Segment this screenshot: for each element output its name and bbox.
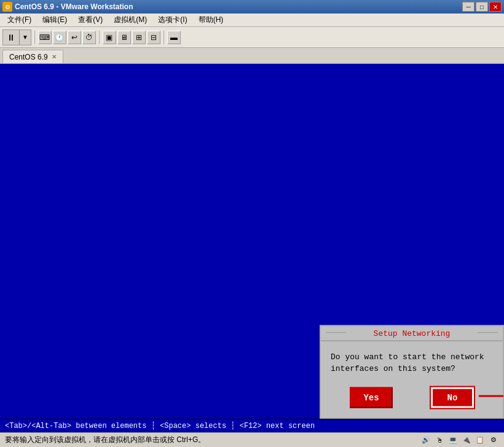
- tab-close-icon[interactable]: ✕: [52, 53, 57, 60]
- arrow-line: [479, 395, 503, 397]
- toolbar: ⏸ ▼ ⌨ 🕐 ↩ ⏱ ▣ 🖥 ⊞ ⊟ ▬: [0, 27, 504, 48]
- dialog-message-line2: interfaces on this system?: [331, 364, 455, 373]
- menu-file[interactable]: 文件(F): [2, 14, 36, 26]
- tray-icon-3[interactable]: 💻: [447, 435, 459, 446]
- view-normal-icon[interactable]: 🖥: [117, 31, 131, 44]
- dialog-message-line1: Do you want to start the network: [331, 352, 484, 361]
- system-bar: 要将输入定向到该虚拟机，请在虚拟机内部单击或按 Ctrl+G。 🔊 🖱 💻 🔌 …: [0, 432, 504, 447]
- menu-bar: 文件(F) 编辑(E) 查看(V) 虚拟机(M) 选项卡(I) 帮助(H): [0, 14, 504, 27]
- revert-icon[interactable]: ↩: [68, 31, 81, 44]
- snapshot-icon[interactable]: 🕐: [53, 31, 66, 44]
- tray-icon-5[interactable]: 📋: [474, 435, 486, 446]
- toolbar-extra-icon[interactable]: ▬: [167, 31, 181, 44]
- pause-button[interactable]: ⏸ ▼: [2, 29, 31, 45]
- toolbar-sep-3: [163, 31, 164, 44]
- view-full-icon[interactable]: ▣: [103, 31, 116, 44]
- window-title: CentOS 6.9 - VMware Workstation: [15, 2, 133, 11]
- send-ctrl-alt-del-icon[interactable]: ⌨: [38, 31, 52, 44]
- view-stretch-icon[interactable]: ⊞: [132, 31, 146, 44]
- close-button[interactable]: ✕: [489, 2, 502, 12]
- minimize-button[interactable]: ─: [462, 2, 474, 12]
- vm-status-bar: <Tab>/<Alt-Tab> between elements ┆ <Spac…: [0, 419, 504, 432]
- menu-vm[interactable]: 虚拟机(M): [109, 14, 152, 26]
- tray-icon-2[interactable]: 🖱: [434, 435, 445, 446]
- toolbar-sep-2: [99, 31, 100, 44]
- dialog-title: Setup Networking: [321, 326, 503, 341]
- title-bar: ⚙ CentOS 6.9 - VMware Workstation ─ □ ✕: [0, 0, 504, 14]
- tab-bar: CentOS 6.9 ✕: [0, 48, 504, 64]
- tab-label: CentOS 6.9: [9, 53, 48, 61]
- snapshot2-icon[interactable]: ⏱: [82, 31, 96, 44]
- dialog-body: Do you want to start the network interfa…: [321, 341, 503, 379]
- system-tray: 🔊 🖱 💻 🔌 📋 ⚙: [420, 435, 499, 446]
- no-button[interactable]: No: [431, 387, 474, 408]
- yes-button[interactable]: Yes: [350, 387, 393, 408]
- menu-view[interactable]: 查看(V): [73, 14, 108, 26]
- tray-icon-6[interactable]: ⚙: [488, 435, 499, 446]
- setup-networking-dialog: Setup Networking Do you want to start th…: [320, 325, 504, 419]
- tray-icon-1[interactable]: 🔊: [420, 435, 431, 446]
- arrow-indicator: ◀: [479, 391, 504, 404]
- menu-tabs[interactable]: 选项卡(I): [153, 14, 192, 26]
- dialog-buttons: Yes No ◀: [321, 379, 503, 418]
- pause-icon[interactable]: ⏸: [3, 30, 20, 45]
- tab-centos69[interactable]: CentOS 6.9 ✕: [2, 50, 63, 63]
- vm-display-area[interactable]: Setup Networking Do you want to start th…: [0, 64, 504, 419]
- menu-edit[interactable]: 编辑(E): [37, 14, 72, 26]
- tray-icon-4[interactable]: 🔌: [461, 435, 472, 446]
- menu-help[interactable]: 帮助(H): [194, 14, 229, 26]
- view-fit-icon[interactable]: ⊟: [147, 31, 160, 44]
- maximize-button[interactable]: □: [476, 2, 488, 12]
- system-bar-text: 要将输入定向到该虚拟机，请在虚拟机内部单击或按 Ctrl+G。: [5, 435, 205, 445]
- toolbar-sep-1: [34, 31, 35, 44]
- vm-status-text: <Tab>/<Alt-Tab> between elements ┆ <Spac…: [5, 421, 315, 430]
- pause-dropdown-arrow[interactable]: ▼: [20, 30, 31, 45]
- window-controls: ─ □ ✕: [462, 2, 502, 12]
- app-icon: ⚙: [2, 2, 12, 12]
